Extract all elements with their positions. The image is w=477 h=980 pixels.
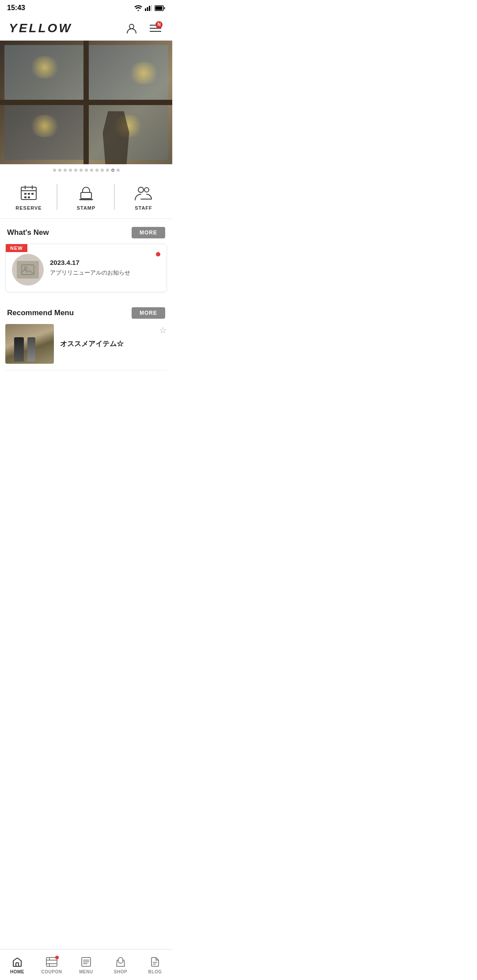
menu-label: MENU (79, 969, 93, 974)
whats-new-section-header: What's New MORE (0, 219, 172, 244)
status-icons (134, 5, 165, 11)
dot-5 (74, 169, 77, 172)
svg-rect-17 (31, 193, 34, 195)
staff-icon (134, 183, 153, 203)
dot-10 (101, 169, 104, 172)
shop-label: SHOP (114, 969, 127, 974)
svg-rect-3 (151, 5, 152, 11)
action-row: RESERVE STAMP STAFF (0, 175, 172, 219)
hero-hline (0, 100, 172, 105)
star-icon[interactable]: ☆ (159, 325, 167, 335)
stamp-label: STAMP (77, 205, 96, 211)
recommend-more-button[interactable]: MORE (132, 307, 165, 319)
coupon-label: COUPON (42, 969, 62, 974)
stamp-icon (76, 183, 96, 203)
recommend-thumbnail (5, 324, 54, 364)
coupon-icon (45, 956, 58, 968)
hero-frame-lines (0, 41, 172, 164)
recommend-content: オススメアイテム☆ (60, 339, 153, 349)
header-icons: N (124, 20, 163, 36)
coupon-notification-dot (55, 956, 59, 959)
stamp-button[interactable]: STAMP (57, 175, 115, 219)
news-thumbnail (12, 254, 44, 286)
news-date: 2023.4.17 (50, 259, 150, 266)
svg-point-22 (138, 187, 144, 192)
reserve-label: RESERVE (15, 205, 42, 211)
reserve-button[interactable]: RESERVE (0, 175, 57, 219)
whats-new-more-button[interactable]: MORE (132, 227, 165, 238)
dot-6 (80, 169, 83, 172)
dot-4 (69, 169, 72, 172)
svg-rect-18 (24, 196, 26, 198)
recommend-title: Recommend Menu (7, 309, 74, 317)
news-thumb-inner (17, 261, 39, 279)
recommend-thumb-img (5, 324, 54, 364)
news-item-0[interactable]: NEW 2023.4.17 アプリリニューアルのお知らせ (5, 244, 167, 292)
menu-button[interactable]: N (148, 20, 163, 36)
menu-icon (80, 956, 92, 968)
signal-icon (145, 5, 152, 11)
dot-9 (95, 169, 98, 172)
bottle-1 (14, 337, 24, 362)
svg-rect-0 (145, 8, 146, 11)
svg-rect-26 (16, 963, 19, 966)
nav-shop[interactable]: SHOP (103, 950, 138, 980)
shop-icon (114, 956, 127, 968)
recommend-item-title: オススメアイテム☆ (60, 339, 153, 349)
bottom-nav: HOME COUPON MENU (0, 949, 172, 980)
unread-dot (156, 252, 160, 256)
dots-indicator (0, 164, 172, 175)
svg-rect-5 (155, 6, 163, 10)
svg-rect-24 (22, 265, 34, 275)
recommend-section-header: Recommend Menu MORE (0, 299, 172, 324)
header: YELLOW N (0, 16, 172, 41)
svg-rect-20 (81, 192, 91, 199)
svg-rect-6 (164, 7, 165, 9)
blog-icon (149, 956, 161, 968)
dot-7 (85, 169, 88, 172)
staff-label: STAFF (135, 205, 152, 211)
nav-menu[interactable]: MENU (69, 950, 103, 980)
staff-button[interactable]: STAFF (115, 175, 172, 219)
news-text: アプリリニューアルのお知らせ (50, 269, 150, 277)
status-bar: 15:43 (0, 0, 172, 16)
svg-point-7 (129, 24, 134, 29)
nav-home[interactable]: HOME (0, 950, 34, 980)
svg-rect-2 (149, 6, 150, 11)
nav-blog[interactable]: BLOG (138, 950, 172, 980)
svg-rect-1 (147, 7, 148, 11)
hero-image (0, 41, 172, 164)
notification-badge: N (155, 21, 163, 28)
wifi-icon (134, 5, 142, 11)
bottom-spacer (0, 374, 172, 414)
dot-2 (58, 169, 61, 172)
battery-icon (155, 5, 165, 11)
news-content: 2023.4.17 アプリリニューアルのお知らせ (50, 259, 150, 277)
bottle-2 (27, 337, 35, 362)
new-badge: NEW (6, 244, 27, 252)
profile-icon (126, 23, 137, 34)
dot-12-active (111, 169, 114, 172)
dot-3 (64, 169, 67, 172)
dot-11 (106, 169, 109, 172)
hero-silhouette (103, 111, 129, 164)
home-label: HOME (10, 969, 24, 974)
hero-banner (0, 41, 172, 164)
svg-rect-15 (24, 193, 26, 195)
dot-8 (90, 169, 93, 172)
app-logo: YELLOW (9, 21, 72, 35)
profile-button[interactable] (124, 20, 140, 36)
nav-coupon[interactable]: COUPON (34, 950, 69, 980)
calendar-icon (19, 183, 38, 203)
svg-point-23 (144, 188, 149, 192)
whats-new-title: What's New (7, 228, 49, 237)
dot-13 (117, 169, 120, 172)
status-time: 15:43 (7, 4, 25, 12)
recommend-item-0[interactable]: オススメアイテム☆ ☆ (5, 324, 167, 370)
home-icon (11, 956, 23, 968)
dot-1 (53, 169, 56, 172)
blog-label: BLOG (148, 969, 162, 974)
svg-rect-16 (28, 193, 30, 195)
svg-rect-19 (28, 196, 30, 198)
